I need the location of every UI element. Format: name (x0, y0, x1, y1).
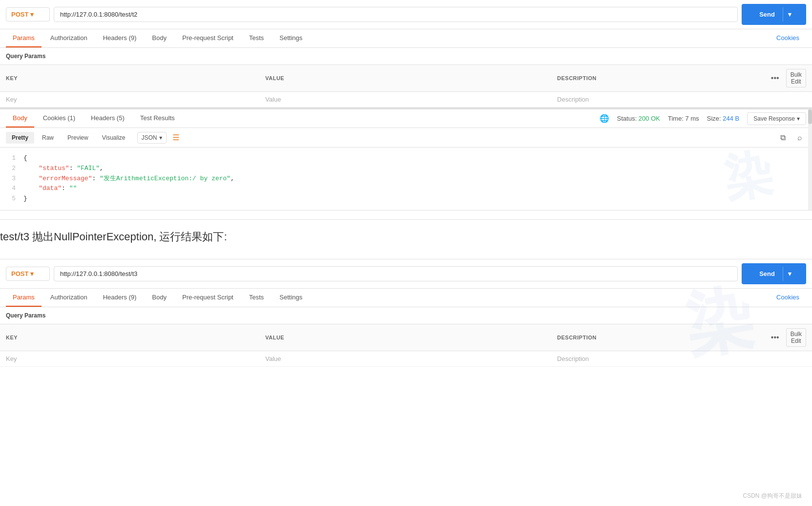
size-label: Size: 244 B (707, 115, 740, 122)
top-method-label: POST (11, 11, 28, 18)
top-tab-params[interactable]: Params (6, 29, 42, 47)
bottom-method-chevron: ▾ (30, 270, 34, 277)
top-params-row: Key Value Description (0, 92, 812, 107)
response-code-block: 1 { 2 "status": "FAIL", 3 "errorMessage"… (0, 148, 812, 210)
format-tab-preview[interactable]: Preview (62, 132, 94, 144)
json-format-select[interactable]: JSON ▾ (137, 132, 167, 144)
format-tab-raw[interactable]: Raw (36, 132, 60, 144)
bottom-th-key: KEY (0, 324, 259, 351)
code-line-3: 3 "errorMessage": "发生ArithmeticException… (6, 174, 806, 184)
top-row-actions (762, 92, 812, 107)
bottom-tab-headers[interactable]: Headers (9) (96, 289, 144, 307)
bottom-tab-params[interactable]: Params (6, 289, 42, 307)
top-dots-button[interactable]: ••• (768, 73, 782, 84)
top-tab-prerequest[interactable]: Pre-request Script (175, 29, 240, 47)
bottom-row-actions (762, 351, 812, 366)
top-query-params-label: Query Params (0, 48, 812, 64)
time-value: 7 ms (685, 115, 699, 122)
response-tab-headers[interactable]: Headers (5) (84, 109, 131, 127)
code-line-2: 2 "status": "FAIL", (6, 164, 806, 174)
bottom-key-cell[interactable]: Key (0, 351, 259, 366)
save-response-chevron: ▾ (797, 115, 800, 122)
save-response-button[interactable]: Save Response ▾ (747, 112, 806, 125)
top-tabs-bar: Params Authorization Headers (9) Body Pr… (0, 29, 812, 48)
top-url-input[interactable] (54, 7, 738, 22)
top-th-actions: ••• Bulk Edit (762, 65, 812, 92)
top-th-desc: DESCRIPTION (551, 65, 762, 92)
bottom-desc-cell[interactable]: Description (551, 351, 762, 366)
scrollbar-track[interactable] (808, 109, 812, 210)
bottom-dots-button[interactable]: ••• (768, 332, 782, 343)
status-label: Status: 200 OK (617, 115, 660, 122)
wrap-lines-button[interactable]: ☰ (169, 131, 183, 144)
code-line-1: 1 { (6, 153, 806, 164)
format-actions: ⧉ ⌕ (776, 131, 806, 144)
response-status-bar: 🌐 Status: 200 OK Time: 7 ms Size: 244 B … (599, 112, 806, 125)
bottom-send-label: Send (751, 267, 783, 281)
top-params-table: KEY VALUE DESCRIPTION ••• Bulk Edit Key … (0, 64, 812, 107)
bottom-url-bar: POST ▾ Send ▾ (0, 259, 812, 289)
save-response-label: Save Response (753, 115, 795, 122)
bottom-th-value: VALUE (259, 324, 551, 351)
bottom-tab-settings[interactable]: Settings (273, 289, 309, 307)
time-label: Time: 7 ms (668, 115, 699, 122)
bottom-tab-tests[interactable]: Tests (242, 289, 271, 307)
top-request-section: POST ▾ Send ▾ Params Authorization Heade… (0, 0, 812, 108)
bottom-params-table: KEY VALUE DESCRIPTION ••• Bulk Edit Key … (0, 324, 812, 367)
search-button[interactable]: ⌕ (793, 131, 806, 144)
top-method-select[interactable]: POST ▾ (6, 7, 50, 21)
scrollbar-thumb[interactable] (808, 109, 812, 124)
status-200: 200 OK (639, 115, 660, 122)
bottom-th-actions: ••• Bulk Edit (762, 324, 812, 351)
code-line-4: 4 "data": "" (6, 184, 806, 194)
code-line-5: 5 } (6, 194, 806, 204)
top-method-chevron: ▾ (30, 11, 34, 18)
json-format-label: JSON (142, 134, 157, 141)
top-th-value: VALUE (259, 65, 551, 92)
response-tab-body[interactable]: Body (6, 109, 34, 127)
top-tab-settings[interactable]: Settings (273, 29, 309, 47)
top-tab-headers[interactable]: Headers (9) (96, 29, 144, 47)
response-tab-testresults[interactable]: Test Results (133, 109, 182, 127)
bottom-th-desc: DESCRIPTION (551, 324, 762, 351)
page-wrapper: POST ▾ Send ▾ Params Authorization Heade… (0, 0, 812, 367)
top-key-cell[interactable]: Key (0, 92, 259, 107)
top-send-label: Send (751, 7, 783, 21)
format-tab-pretty[interactable]: Pretty (6, 132, 34, 144)
copy-button[interactable]: ⧉ (776, 131, 790, 144)
format-tab-visualize[interactable]: Visualize (96, 132, 131, 144)
bottom-method-select[interactable]: POST ▾ (6, 267, 50, 281)
bottom-send-button[interactable]: Send ▾ (742, 263, 806, 284)
top-th-key: KEY (0, 65, 259, 92)
bottom-request-section: POST ▾ Send ▾ Params Authorization Heade… (0, 259, 812, 367)
json-format-chevron: ▾ (159, 134, 162, 141)
bottom-tab-body[interactable]: Body (145, 289, 173, 307)
bottom-tabs-bar: Params Authorization Headers (9) Body Pr… (0, 289, 812, 307)
bottom-tab-cookies[interactable]: Cookies (769, 289, 806, 307)
bottom-query-params-label: Query Params (0, 307, 812, 324)
bottom-bulk-edit-button[interactable]: Bulk Edit (786, 328, 806, 347)
top-send-arrow[interactable]: ▾ (783, 7, 796, 21)
top-tab-authorization[interactable]: Authorization (43, 29, 94, 47)
section-heading-wrapper: test/t3 抛出NullPointerException, 运行结果如下: (0, 210, 812, 259)
top-desc-cell[interactable]: Description (551, 92, 762, 107)
top-send-button[interactable]: Send ▾ (742, 4, 806, 25)
globe-icon: 🌐 (599, 114, 609, 123)
top-value-cell[interactable]: Value (259, 92, 551, 107)
bottom-send-arrow[interactable]: ▾ (783, 267, 796, 281)
top-bulk-edit-button[interactable]: Bulk Edit (786, 69, 806, 87)
top-tab-tests[interactable]: Tests (242, 29, 271, 47)
size-value: 244 B (723, 115, 739, 122)
top-tab-cookies[interactable]: Cookies (769, 29, 806, 47)
response-tab-cookies[interactable]: Cookies (1) (36, 109, 82, 127)
bottom-tab-authorization[interactable]: Authorization (43, 289, 94, 307)
section-heading: test/t3 抛出NullPointerException, 运行结果如下: (0, 219, 812, 252)
response-tabs-bar: Body Cookies (1) Headers (5) Test Result… (0, 109, 812, 128)
bottom-value-cell[interactable]: Value (259, 351, 551, 366)
bottom-tab-prerequest[interactable]: Pre-request Script (175, 289, 240, 307)
bottom-url-input[interactable] (54, 266, 738, 281)
top-tab-body[interactable]: Body (145, 29, 173, 47)
top-url-bar: POST ▾ Send ▾ (0, 0, 812, 29)
bottom-method-label: POST (11, 270, 28, 277)
bottom-params-row: Key Value Description (0, 351, 812, 366)
